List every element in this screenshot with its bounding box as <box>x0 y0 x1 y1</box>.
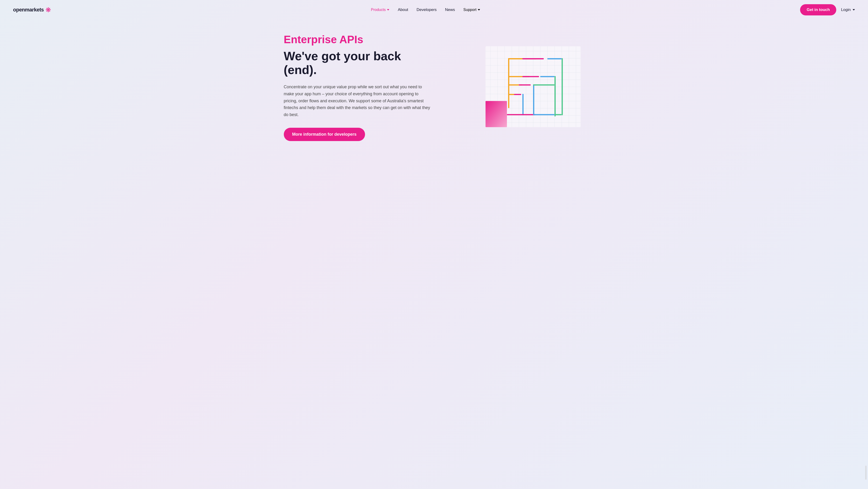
svg-rect-5 <box>522 58 544 60</box>
svg-rect-17 <box>514 94 521 95</box>
svg-rect-15 <box>533 85 555 86</box>
svg-rect-7 <box>562 58 563 115</box>
get-in-touch-button[interactable]: Get in touch <box>800 4 836 16</box>
logo-text: openmarkets <box>13 7 44 13</box>
nav-links: Products About Developers News Support <box>371 7 480 12</box>
svg-rect-11 <box>554 76 556 117</box>
svg-rect-19 <box>507 114 535 115</box>
hero-body: Concentrate on your unique value prop wh… <box>284 84 433 118</box>
nav-actions: Get in touch Login <box>800 4 855 16</box>
svg-rect-13 <box>519 85 530 86</box>
main-nav: openmarkets ❋ Products About Developers … <box>0 0 868 20</box>
svg-rect-3 <box>508 58 509 108</box>
hero-content: Enterprise APIs We've got your back (end… <box>284 34 433 141</box>
scrollbar[interactable] <box>865 466 867 480</box>
svg-rect-21 <box>554 114 562 115</box>
svg-rect-6 <box>547 58 562 60</box>
hero-tag: Enterprise APIs <box>284 34 433 46</box>
nav-item-products[interactable]: Products <box>371 8 389 12</box>
login-chevron-icon <box>852 9 855 10</box>
nav-item-about[interactable]: About <box>398 7 408 12</box>
nav-item-developers[interactable]: Developers <box>416 7 437 12</box>
svg-rect-20 <box>533 114 555 115</box>
more-info-button[interactable]: More information for developers <box>284 128 365 141</box>
logo-link[interactable]: openmarkets ❋ <box>13 6 51 14</box>
svg-rect-2 <box>486 101 507 127</box>
svg-rect-14 <box>533 85 534 115</box>
nav-item-support[interactable]: Support <box>463 8 480 12</box>
hero-visual <box>482 44 584 131</box>
support-chevron-icon <box>478 9 480 10</box>
products-chevron-icon <box>387 9 389 10</box>
svg-rect-9 <box>522 76 539 77</box>
hero-title: We've got your back (end). <box>284 49 433 77</box>
nav-item-news[interactable]: News <box>445 7 455 12</box>
hero-section: Enterprise APIs We've got your back (end… <box>271 20 597 160</box>
login-button[interactable]: Login <box>841 7 855 12</box>
svg-rect-10 <box>540 76 554 77</box>
grid-illustration <box>482 44 584 130</box>
svg-rect-18 <box>522 94 524 115</box>
logo-icon: ❋ <box>45 6 51 14</box>
